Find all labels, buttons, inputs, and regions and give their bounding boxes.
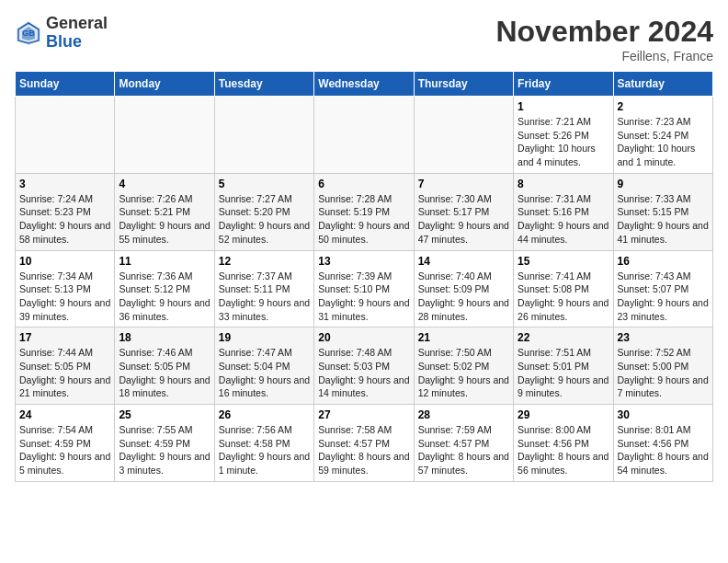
weekday-header: Tuesday bbox=[214, 72, 313, 97]
calendar-cell bbox=[314, 97, 414, 174]
day-info: Sunrise: 7:56 AMSunset: 4:58 PMDaylight:… bbox=[219, 423, 310, 477]
weekday-header: Wednesday bbox=[314, 72, 414, 97]
calendar-cell: 22Sunrise: 7:51 AMSunset: 5:01 PMDayligh… bbox=[514, 327, 613, 405]
header-row: SundayMondayTuesdayWednesdayThursdayFrid… bbox=[16, 72, 713, 97]
day-info: Sunrise: 7:39 AMSunset: 5:10 PMDaylight:… bbox=[318, 270, 409, 324]
day-number: 13 bbox=[318, 255, 409, 268]
day-number: 4 bbox=[119, 178, 210, 190]
calendar-cell bbox=[214, 97, 313, 174]
calendar-table: SundayMondayTuesdayWednesdayThursdayFrid… bbox=[15, 71, 713, 482]
calendar-cell: 21Sunrise: 7:50 AMSunset: 5:02 PMDayligh… bbox=[414, 327, 513, 405]
day-info: Sunrise: 7:55 AMSunset: 4:59 PMDaylight:… bbox=[119, 423, 210, 477]
day-info: Sunrise: 7:50 AMSunset: 5:02 PMDaylight:… bbox=[418, 346, 509, 400]
calendar-cell: 11Sunrise: 7:36 AMSunset: 5:12 PMDayligh… bbox=[115, 250, 214, 327]
calendar-cell: 17Sunrise: 7:44 AMSunset: 5:05 PMDayligh… bbox=[16, 327, 115, 405]
logo-blue: Blue bbox=[46, 32, 82, 51]
day-info: Sunrise: 7:33 AMSunset: 5:15 PMDaylight:… bbox=[618, 192, 709, 247]
day-number: 6 bbox=[318, 178, 409, 190]
day-number: 8 bbox=[518, 178, 609, 190]
day-info: Sunrise: 7:54 AMSunset: 4:59 PMDaylight:… bbox=[19, 423, 110, 477]
day-number: 17 bbox=[19, 331, 110, 344]
day-info: Sunrise: 7:40 AMSunset: 5:09 PMDaylight:… bbox=[418, 270, 509, 324]
day-info: Sunrise: 7:27 AMSunset: 5:20 PMDaylight:… bbox=[219, 192, 310, 247]
calendar-cell: 29Sunrise: 8:00 AMSunset: 4:56 PMDayligh… bbox=[514, 405, 613, 482]
day-number: 9 bbox=[618, 178, 709, 190]
day-number: 15 bbox=[518, 255, 609, 268]
calendar-cell: 1Sunrise: 7:21 AMSunset: 5:26 PMDaylight… bbox=[514, 97, 613, 174]
calendar-cell: 25Sunrise: 7:55 AMSunset: 4:59 PMDayligh… bbox=[115, 405, 214, 482]
day-number: 30 bbox=[618, 408, 709, 421]
calendar-cell bbox=[16, 97, 115, 174]
calendar-week-row: 10Sunrise: 7:34 AMSunset: 5:13 PMDayligh… bbox=[16, 250, 713, 327]
calendar-cell: 26Sunrise: 7:56 AMSunset: 4:58 PMDayligh… bbox=[214, 405, 313, 482]
calendar-cell: 20Sunrise: 7:48 AMSunset: 5:03 PMDayligh… bbox=[314, 327, 414, 405]
calendar-cell: 23Sunrise: 7:52 AMSunset: 5:00 PMDayligh… bbox=[613, 327, 712, 405]
calendar-week-row: 24Sunrise: 7:54 AMSunset: 4:59 PMDayligh… bbox=[16, 405, 713, 482]
day-info: Sunrise: 7:46 AMSunset: 5:05 PMDaylight:… bbox=[119, 346, 210, 400]
day-info: Sunrise: 7:52 AMSunset: 5:00 PMDaylight:… bbox=[618, 346, 709, 400]
day-info: Sunrise: 7:21 AMSunset: 5:26 PMDaylight:… bbox=[518, 115, 609, 169]
day-number: 29 bbox=[518, 408, 609, 421]
day-number: 24 bbox=[19, 408, 110, 421]
calendar-cell: 10Sunrise: 7:34 AMSunset: 5:13 PMDayligh… bbox=[16, 250, 115, 327]
logo-general: General bbox=[46, 14, 108, 32]
calendar-cell: 14Sunrise: 7:40 AMSunset: 5:09 PMDayligh… bbox=[414, 250, 513, 327]
calendar-cell: 9Sunrise: 7:33 AMSunset: 5:15 PMDaylight… bbox=[613, 173, 712, 250]
calendar-cell: 4Sunrise: 7:26 AMSunset: 5:21 PMDaylight… bbox=[115, 173, 214, 250]
weekday-header: Friday bbox=[514, 72, 613, 97]
day-info: Sunrise: 7:34 AMSunset: 5:13 PMDaylight:… bbox=[19, 270, 110, 324]
calendar-week-row: 1Sunrise: 7:21 AMSunset: 5:26 PMDaylight… bbox=[16, 97, 713, 174]
day-number: 10 bbox=[19, 255, 110, 268]
page-header: GB General Blue November 2024 Feillens, … bbox=[15, 15, 713, 63]
calendar-cell: 3Sunrise: 7:24 AMSunset: 5:23 PMDaylight… bbox=[16, 173, 115, 250]
weekday-header: Saturday bbox=[613, 72, 712, 97]
day-number: 25 bbox=[119, 408, 210, 421]
calendar-cell: 28Sunrise: 7:59 AMSunset: 4:57 PMDayligh… bbox=[414, 405, 513, 482]
day-info: Sunrise: 7:26 AMSunset: 5:21 PMDaylight:… bbox=[119, 192, 210, 247]
calendar-cell: 15Sunrise: 7:41 AMSunset: 5:08 PMDayligh… bbox=[514, 250, 613, 327]
calendar-cell: 5Sunrise: 7:27 AMSunset: 5:20 PMDaylight… bbox=[214, 173, 313, 250]
day-info: Sunrise: 7:58 AMSunset: 4:57 PMDaylight:… bbox=[318, 423, 409, 477]
svg-text:GB: GB bbox=[22, 29, 35, 38]
calendar-cell: 7Sunrise: 7:30 AMSunset: 5:17 PMDaylight… bbox=[414, 173, 513, 250]
weekday-header: Thursday bbox=[414, 72, 513, 97]
day-number: 12 bbox=[219, 255, 310, 268]
day-number: 27 bbox=[318, 408, 409, 421]
calendar-week-row: 3Sunrise: 7:24 AMSunset: 5:23 PMDaylight… bbox=[16, 173, 713, 250]
calendar-cell: 2Sunrise: 7:23 AMSunset: 5:24 PMDaylight… bbox=[613, 97, 712, 174]
day-info: Sunrise: 7:59 AMSunset: 4:57 PMDaylight:… bbox=[418, 423, 509, 477]
logo: GB General Blue bbox=[15, 15, 108, 52]
calendar-cell: 27Sunrise: 7:58 AMSunset: 4:57 PMDayligh… bbox=[314, 405, 414, 482]
calendar-cell: 19Sunrise: 7:47 AMSunset: 5:04 PMDayligh… bbox=[214, 327, 313, 405]
calendar-cell: 13Sunrise: 7:39 AMSunset: 5:10 PMDayligh… bbox=[314, 250, 414, 327]
month-title: November 2024 bbox=[495, 15, 713, 49]
location: Feillens, France bbox=[495, 49, 713, 63]
day-number: 22 bbox=[518, 331, 609, 344]
day-info: Sunrise: 7:41 AMSunset: 5:08 PMDaylight:… bbox=[518, 270, 609, 324]
day-info: Sunrise: 8:01 AMSunset: 4:56 PMDaylight:… bbox=[618, 423, 709, 477]
day-number: 20 bbox=[318, 331, 409, 344]
day-number: 28 bbox=[418, 408, 509, 421]
day-info: Sunrise: 7:31 AMSunset: 5:16 PMDaylight:… bbox=[518, 192, 609, 247]
day-number: 26 bbox=[219, 408, 310, 421]
calendar-week-row: 17Sunrise: 7:44 AMSunset: 5:05 PMDayligh… bbox=[16, 327, 713, 405]
calendar-cell bbox=[115, 97, 214, 174]
day-info: Sunrise: 7:37 AMSunset: 5:11 PMDaylight:… bbox=[219, 270, 310, 324]
day-info: Sunrise: 7:36 AMSunset: 5:12 PMDaylight:… bbox=[119, 270, 210, 324]
calendar-cell: 24Sunrise: 7:54 AMSunset: 4:59 PMDayligh… bbox=[16, 405, 115, 482]
day-info: Sunrise: 8:00 AMSunset: 4:56 PMDaylight:… bbox=[518, 423, 609, 477]
day-number: 16 bbox=[618, 255, 709, 268]
calendar-cell: 6Sunrise: 7:28 AMSunset: 5:19 PMDaylight… bbox=[314, 173, 414, 250]
day-number: 2 bbox=[618, 100, 709, 113]
day-info: Sunrise: 7:44 AMSunset: 5:05 PMDaylight:… bbox=[19, 346, 110, 400]
weekday-header: Monday bbox=[115, 72, 214, 97]
day-info: Sunrise: 7:28 AMSunset: 5:19 PMDaylight:… bbox=[318, 192, 409, 247]
day-number: 5 bbox=[219, 178, 310, 190]
title-block: November 2024 Feillens, France bbox=[495, 15, 713, 63]
day-number: 7 bbox=[418, 178, 509, 190]
day-number: 21 bbox=[418, 331, 509, 344]
day-number: 3 bbox=[19, 178, 110, 190]
day-info: Sunrise: 7:51 AMSunset: 5:01 PMDaylight:… bbox=[518, 346, 609, 400]
day-number: 11 bbox=[119, 255, 210, 268]
calendar-cell: 16Sunrise: 7:43 AMSunset: 5:07 PMDayligh… bbox=[613, 250, 712, 327]
